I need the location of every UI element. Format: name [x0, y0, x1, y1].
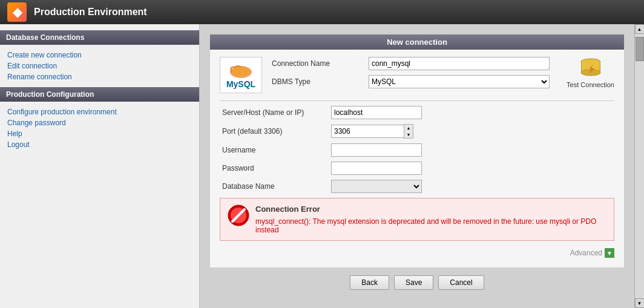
username-input[interactable] [331, 143, 422, 157]
conn-name-type-fields: Connection Name DBMS Type MySQL [272, 57, 550, 93]
conn-top-section: MySQL Connection Name DBMS Type MySQL [220, 57, 614, 93]
sidebar-item-logout[interactable]: Logout [7, 139, 199, 150]
divider-1 [220, 100, 614, 101]
port-spin-down[interactable]: ▼ [404, 131, 413, 138]
connection-name-row: Connection Name [272, 57, 550, 70]
header: ◆ Production Environment [0, 0, 644, 24]
svg-rect-5 [581, 62, 582, 73]
username-label: Username [222, 146, 331, 154]
connection-name-label: Connection Name [272, 59, 369, 68]
server-host-input[interactable] [331, 106, 422, 119]
db-name-label: Database Name [222, 182, 331, 191]
mysql-logo: MySQL [220, 57, 262, 93]
page-title: Production Environment [34, 7, 147, 18]
error-title: Connection Error [255, 205, 606, 214]
port-input[interactable] [331, 125, 404, 138]
password-row: Password [222, 162, 612, 175]
scrollbar-up-button[interactable]: ▲ [635, 24, 645, 34]
panel-title: New connection [210, 34, 624, 50]
error-section: Connection Error mysql_connect(): The my… [220, 198, 614, 241]
sidebar-section-db-connections: Database Connections [0, 30, 199, 45]
db-name-row: Database Name [222, 180, 612, 193]
panel-body: MySQL Connection Name DBMS Type MySQL [210, 50, 624, 267]
back-button[interactable]: Back [350, 275, 389, 290]
error-icon [228, 205, 249, 226]
db-connections-links: Create new connection Edit connection Re… [0, 47, 199, 87]
error-content: Connection Error mysql_connect(): The my… [255, 205, 606, 234]
port-row: Port (default 3306) ▲ ▼ [222, 124, 612, 139]
svg-point-1 [232, 67, 249, 76]
server-fields: Server/Host (Name or IP) Port (default 3… [220, 106, 614, 193]
port-input-wrap: ▲ ▼ [331, 124, 413, 139]
scrollbar-track [635, 34, 644, 298]
dbms-type-select[interactable]: MySQL [369, 75, 550, 88]
sidebar-item-edit-conn[interactable]: Edit connection [7, 61, 199, 71]
sidebar-item-rename-conn[interactable]: Rename connection [7, 71, 199, 82]
sidebar: Database Connections Create new connecti… [0, 24, 200, 308]
port-spin-up[interactable]: ▲ [404, 125, 413, 131]
bottom-buttons: Back Save Cancel [209, 275, 625, 290]
test-connection-button[interactable]: Test Connection [567, 57, 614, 88]
main-layout: Database Connections Create new connecti… [0, 24, 644, 308]
sidebar-item-configure-prod[interactable]: Configure production environment [7, 106, 199, 117]
mysql-dolphin-icon [226, 61, 256, 79]
test-connection-icon [577, 57, 604, 80]
password-label: Password [222, 164, 331, 172]
prod-config-links: Configure production environment Change … [0, 104, 199, 155]
test-connection-label: Test Connection [567, 81, 614, 88]
sidebar-item-change-pass[interactable]: Change password [7, 117, 199, 128]
svg-rect-6 [600, 62, 600, 73]
port-spinner: ▲ ▼ [404, 124, 413, 139]
password-input[interactable] [331, 162, 422, 175]
save-button[interactable]: Save [394, 275, 433, 290]
server-host-row: Server/Host (Name or IP) [222, 106, 612, 119]
server-host-label: Server/Host (Name or IP) [222, 108, 331, 117]
content-area: New connection MySQL [200, 24, 634, 308]
mysql-text: MySQL [226, 79, 255, 89]
app-logo: ◆ [7, 2, 27, 22]
db-name-select[interactable] [331, 180, 422, 193]
cancel-button[interactable]: Cancel [438, 275, 484, 290]
error-message: mysql_connect(): The mysql extension is … [255, 217, 606, 234]
advanced-row: Advanced ▼ [220, 246, 614, 260]
sidebar-item-help[interactable]: Help [7, 128, 199, 139]
port-label: Port (default 3306) [222, 127, 331, 136]
dbms-type-row: DBMS Type MySQL [272, 75, 550, 88]
svg-point-4 [581, 70, 600, 76]
connection-name-input[interactable] [369, 57, 550, 70]
new-connection-panel: New connection MySQL [209, 34, 625, 268]
scrollbar-down-button[interactable]: ▼ [635, 298, 645, 308]
advanced-expand-icon[interactable]: ▼ [605, 248, 614, 258]
sidebar-item-create-new[interactable]: Create new connection [7, 50, 199, 61]
username-row: Username [222, 143, 612, 157]
sidebar-section-prod-config: Production Configuration [0, 87, 199, 102]
scrollbar: ▲ ▼ [634, 24, 644, 308]
scrollbar-thumb[interactable] [636, 37, 644, 61]
dbms-type-label: DBMS Type [272, 77, 369, 86]
advanced-label: Advanced [570, 249, 602, 257]
